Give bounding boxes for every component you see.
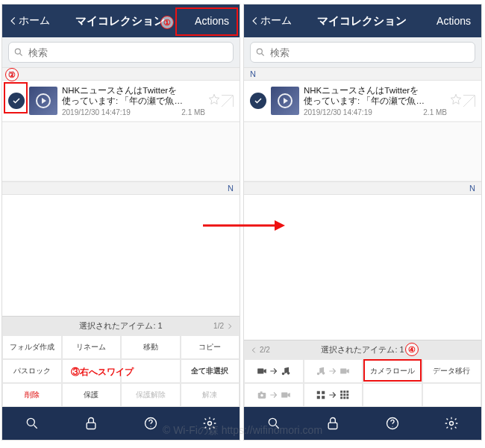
search-field[interactable]: [250, 42, 475, 63]
actions-button[interactable]: Actions: [432, 12, 475, 30]
svg-point-1: [27, 418, 34, 426]
svg-rect-12: [281, 393, 287, 398]
item-meta: NHKニュースさんはTwitterを 使っています: 「年の瀬で魚… 2019/…: [304, 85, 447, 116]
grid-small-icon: [316, 390, 326, 400]
actions-button[interactable]: Actions: [190, 12, 234, 30]
svg-rect-8: [340, 369, 346, 374]
lock-icon: [325, 416, 340, 431]
tab-help[interactable]: [143, 415, 159, 432]
page-indicator[interactable]: 1/2: [213, 322, 234, 330]
svg-rect-16: [322, 396, 325, 399]
app-header: ホーム マイコレクション Actions: [2, 4, 240, 37]
audio-to-video-button[interactable]: [304, 360, 363, 382]
svg-rect-13: [317, 391, 320, 394]
delete-button[interactable]: 削除: [3, 384, 61, 406]
item-title-line2: 使っています: 「年の瀬で魚…: [304, 96, 447, 106]
unprotect-button[interactable]: 保護解除: [122, 384, 180, 406]
section-header: N: [2, 67, 240, 81]
rename-button[interactable]: リネーム: [63, 336, 121, 358]
page-indicator-left[interactable]: 2/2: [250, 346, 270, 354]
select-checkbox[interactable]: [8, 93, 25, 109]
search-bar: [2, 37, 240, 67]
music-icon: [316, 366, 326, 376]
blank-lower: [2, 195, 240, 316]
back-label: ホーム: [19, 14, 50, 28]
camera-to-video-button[interactable]: [245, 384, 303, 406]
tab-settings[interactable]: [201, 415, 218, 432]
move-button[interactable]: 移動: [122, 336, 180, 358]
svg-rect-25: [347, 396, 349, 399]
camera-roll-button[interactable]: カメラロール: [363, 360, 422, 382]
tab-settings[interactable]: [443, 415, 460, 432]
search-input[interactable]: [28, 47, 228, 58]
search-icon: [266, 416, 281, 431]
section-header-mid: N: [2, 181, 240, 195]
section-header-mid: N: [244, 181, 481, 195]
data-migrate-button[interactable]: データ移行: [423, 360, 481, 382]
tab-search[interactable]: [266, 415, 282, 432]
video-icon: [257, 366, 267, 376]
folder-create-button[interactable]: フォルダ作成: [3, 336, 61, 358]
tab-lock[interactable]: [83, 415, 99, 432]
svg-rect-14: [322, 391, 325, 394]
video-thumbnail: [271, 87, 299, 115]
transition-arrow-icon: [203, 218, 285, 233]
back-button[interactable]: ホーム: [250, 14, 292, 28]
svg-rect-21: [344, 393, 346, 396]
tab-bar: [244, 407, 481, 440]
deselect-all-button[interactable]: 全て非選択: [181, 360, 240, 382]
favorite-star[interactable]: [450, 93, 462, 108]
lock-icon: [84, 416, 98, 431]
extract-button[interactable]: 解凍: [181, 384, 240, 406]
svg-rect-23: [340, 396, 342, 399]
svg-point-29: [392, 426, 392, 427]
list-item[interactable]: NHKニュースさんはTwitterを 使っています: 「年の瀬で魚… 2019/…: [244, 81, 481, 122]
grid-large-icon: [340, 390, 350, 400]
help-icon: [143, 416, 158, 431]
svg-rect-24: [344, 396, 346, 399]
chevron-left-icon: [8, 16, 19, 26]
favorite-star[interactable]: [208, 93, 220, 108]
back-label: ホーム: [260, 14, 292, 28]
svg-rect-17: [340, 391, 342, 393]
svg-rect-20: [340, 393, 342, 396]
annotation-circle-1: ①: [160, 16, 174, 29]
svg-rect-18: [344, 391, 346, 393]
blank-area: [244, 122, 481, 181]
camera-icon: [257, 390, 267, 400]
item-size: 2.1 MB: [181, 108, 205, 116]
selection-bar: 選択されたアイテム: 1 1/2: [2, 316, 240, 335]
search-input[interactable]: [270, 47, 470, 58]
item-date: 2019/12/30 14:47:19: [304, 108, 372, 116]
svg-point-10: [260, 394, 263, 397]
play-icon: [36, 93, 51, 108]
video-icon: [340, 366, 350, 376]
item-date: 2019/12/30 14:47:19: [62, 108, 131, 116]
search-field[interactable]: [8, 42, 234, 63]
copy-button[interactable]: コピー: [181, 336, 240, 358]
chevron-left-icon: [250, 346, 257, 354]
svg-rect-27: [328, 423, 337, 429]
star-icon: [450, 93, 462, 105]
svg-point-6: [257, 49, 262, 54]
back-button[interactable]: ホーム: [8, 14, 50, 28]
select-checkbox[interactable]: [250, 93, 266, 109]
annotation-swipe-text: ③右へスワイプ: [71, 366, 134, 379]
blank-cell: [423, 384, 481, 406]
gear-icon: [202, 416, 217, 431]
video-to-audio-button[interactable]: [245, 360, 303, 382]
tab-search[interactable]: [24, 415, 40, 432]
svg-point-30: [450, 422, 454, 426]
svg-rect-22: [347, 393, 349, 396]
svg-point-5: [208, 422, 212, 426]
passlock-button[interactable]: パスロック: [3, 360, 61, 382]
grid-layout-button[interactable]: [304, 384, 363, 406]
check-icon: [12, 96, 21, 105]
protect-button[interactable]: 保護: [63, 384, 121, 406]
arrow-right-icon: [269, 366, 279, 376]
svg-rect-19: [347, 391, 349, 393]
tab-lock[interactable]: [325, 415, 341, 432]
tab-help[interactable]: [384, 415, 401, 432]
chevron-right-icon: [226, 323, 234, 330]
list-item[interactable]: NHKニュースさんはTwitterを 使っています: 「年の瀬で魚… 2019/…: [2, 81, 240, 122]
